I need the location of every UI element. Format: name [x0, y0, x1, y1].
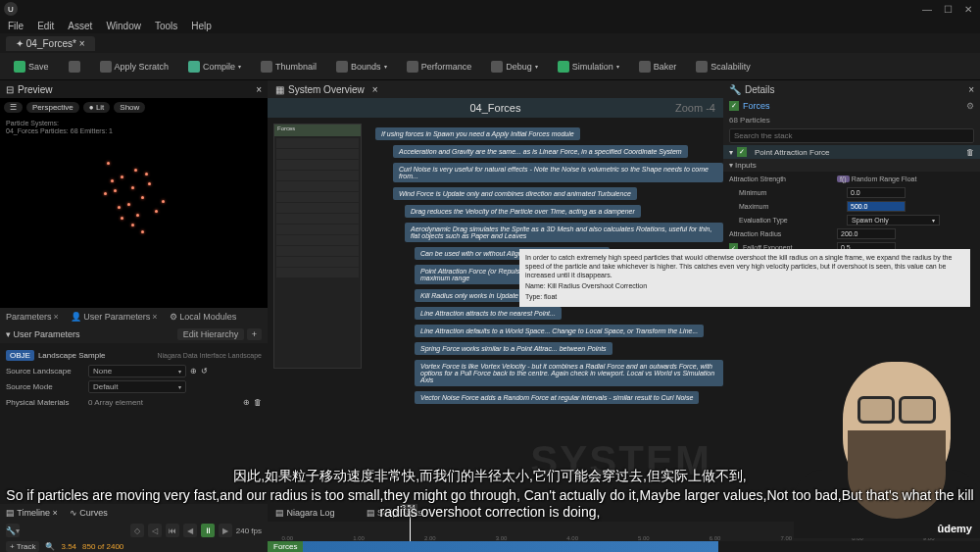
node-graph[interactable]: Forces If using forces in Spawn you need…	[268, 118, 723, 504]
search-input[interactable]	[729, 128, 974, 143]
thumbnail-button[interactable]: Thumbnail	[255, 58, 322, 75]
step-back-button[interactable]: ◀	[183, 524, 197, 537]
document-tab[interactable]: ✦ 04_Forces* ×	[6, 36, 95, 51]
comment-note[interactable]: Aerodynamic Drag simulates the Sprite as…	[405, 223, 723, 242]
scratch-icon	[100, 61, 112, 73]
chevron-down-icon[interactable]: ▾	[616, 63, 619, 70]
comment-note[interactable]: Vector Noise Force adds a Random Force a…	[415, 391, 699, 404]
close-icon[interactable]: ×	[372, 84, 378, 95]
source-landscape-dropdown[interactable]: None▾	[88, 365, 186, 377]
show-button[interactable]: Show	[114, 102, 145, 113]
forces-clip[interactable]: Forces	[268, 541, 303, 552]
debug-button[interactable]: Debug ▾	[485, 58, 544, 75]
system-watermark: SYSTEM	[530, 437, 711, 484]
edit-hierarchy-button[interactable]: Edit Hierarchy	[177, 328, 245, 340]
minimum-input[interactable]	[847, 187, 906, 198]
type-chip[interactable]: f()	[837, 176, 850, 182]
lit-mode-button[interactable]: ● Lit	[83, 102, 111, 113]
menu-edit[interactable]: Edit	[37, 21, 54, 31]
key-button[interactable]: ◇	[130, 524, 144, 537]
add-button[interactable]: +	[247, 328, 262, 340]
tab-close-icon[interactable]: ×	[79, 38, 85, 49]
menu-help[interactable]: Help	[191, 21, 212, 31]
bounds-button[interactable]: Bounds ▾	[330, 58, 393, 75]
play-button[interactable]: ⏸	[201, 524, 215, 537]
compile-button[interactable]: Compile ▾	[182, 58, 247, 75]
comment-note[interactable]: Line Attraction attracts to the nearest …	[415, 307, 562, 320]
apply-scratch-button[interactable]: Apply Scratch	[94, 58, 175, 75]
tab-niagara-log[interactable]: ▤ Niagara Log	[275, 508, 335, 518]
target-icon[interactable]: ⊕	[190, 367, 197, 376]
udemy-logo: ûdemy	[938, 523, 972, 534]
emitter-node[interactable]: Forces	[273, 124, 362, 369]
panel-close-icon[interactable]: ×	[968, 84, 974, 95]
close-icon[interactable]: ×	[152, 312, 157, 322]
module-checkbox[interactable]: ✓	[737, 147, 747, 157]
chevron-down-icon[interactable]: ▾	[384, 63, 387, 70]
comment-note[interactable]: Curl Noise is very useful for natural ef…	[393, 163, 723, 182]
source-mode-dropdown[interactable]: Default▾	[88, 380, 186, 393]
delete-icon[interactable]: 🗑	[966, 148, 974, 157]
close-icon[interactable]: ✕	[964, 4, 972, 15]
performance-button[interactable]: Performance	[401, 58, 478, 75]
bounds-icon	[336, 61, 348, 73]
forces-checkbox[interactable]: ✓	[729, 101, 739, 111]
save-button[interactable]: Save	[8, 58, 55, 75]
step-fwd-button[interactable]: ▶	[219, 524, 232, 537]
scalability-button[interactable]: Scalability	[690, 58, 757, 75]
system-overview-tab[interactable]: System Overview	[288, 84, 365, 95]
comment-note[interactable]: Wind Force is Update only and combines d…	[393, 187, 637, 200]
preview-title: Preview	[18, 84, 53, 95]
gear-icon[interactable]: ⚙	[966, 101, 974, 111]
chevron-down-icon[interactable]: ▾	[729, 161, 733, 170]
details-title: Details	[745, 84, 775, 95]
perspective-button[interactable]: Perspective	[26, 102, 79, 113]
chevron-down-icon[interactable]: ▾	[6, 329, 11, 339]
attraction-radius-input[interactable]	[837, 228, 896, 239]
tab-curves[interactable]: ∿ Curves	[70, 508, 108, 518]
maximum-input[interactable]	[847, 201, 906, 212]
current-time: 3.54	[61, 542, 76, 551]
menu-tools[interactable]: Tools	[155, 21, 177, 31]
forces-label[interactable]: Forces	[743, 101, 770, 111]
clear-icon[interactable]: 🗑	[254, 398, 262, 407]
timeline-track-bar[interactable]	[268, 541, 718, 552]
rewind-button[interactable]: ⏮	[166, 524, 179, 537]
viewport-options-button[interactable]: ☰	[4, 102, 23, 113]
baker-button[interactable]: Baker	[633, 58, 683, 75]
comment-note[interactable]: Line Attraction defaults to a World Spac…	[415, 325, 704, 337]
tab-parameters[interactable]: Parameters×	[0, 312, 65, 322]
comment-note[interactable]: Vortex Force is like Vortex Velocity - b…	[415, 360, 723, 386]
simulation-button[interactable]: Simulation ▾	[552, 58, 625, 75]
menu-asset[interactable]: Asset	[68, 21, 92, 31]
menu-file[interactable]: File	[8, 21, 24, 31]
reset-icon[interactable]: ↺	[201, 367, 208, 376]
maximize-icon[interactable]: ☐	[944, 4, 953, 15]
attraction-strength-label: Attraction Strength	[729, 176, 837, 182]
tab-local-modules[interactable]: ⚙ Local Modules	[164, 312, 243, 322]
chevron-down-icon[interactable]: ▾	[729, 148, 733, 157]
prev-button[interactable]: ◁	[148, 524, 162, 537]
settings-button[interactable]: 🔧▾	[6, 524, 20, 537]
browse-button[interactable]	[63, 58, 86, 75]
preview-viewport[interactable]: ☰ Perspective ● Lit Show Particle System…	[0, 98, 268, 308]
menu-window[interactable]: Window	[106, 21, 141, 31]
evaluation-type-dropdown[interactable]: Spawn Only▾	[847, 215, 940, 226]
panel-close-icon[interactable]: ×	[256, 84, 262, 95]
add-track-button[interactable]: + Track	[6, 541, 39, 552]
tab-user-parameters[interactable]: 👤 User Parameters×	[65, 312, 164, 322]
tab-timeline[interactable]: ▤ Timeline ×	[6, 508, 58, 518]
add-element-icon[interactable]: ⊕	[243, 398, 250, 407]
comment-note[interactable]: Spring Force works similar to a Point At…	[415, 342, 612, 355]
comment-note[interactable]: If using forces in Spawn you need a Appl…	[375, 127, 580, 140]
chevron-down-icon[interactable]: ▾	[238, 63, 241, 70]
collapse-icon[interactable]: ⊟	[6, 84, 14, 95]
search-icon[interactable]: 🔍	[45, 542, 55, 551]
fps-dropdown[interactable]: 240 fps	[236, 527, 262, 535]
chevron-down-icon[interactable]: ▾	[535, 63, 538, 70]
module-name[interactable]: Point Attraction Force	[755, 148, 829, 157]
close-icon[interactable]: ×	[54, 312, 59, 322]
comment-note[interactable]: Drag reduces the Velocity of the Particl…	[405, 205, 641, 218]
comment-note[interactable]: Acceleration and Gravity are the same...…	[393, 145, 688, 158]
minimize-icon[interactable]: —	[922, 4, 932, 15]
